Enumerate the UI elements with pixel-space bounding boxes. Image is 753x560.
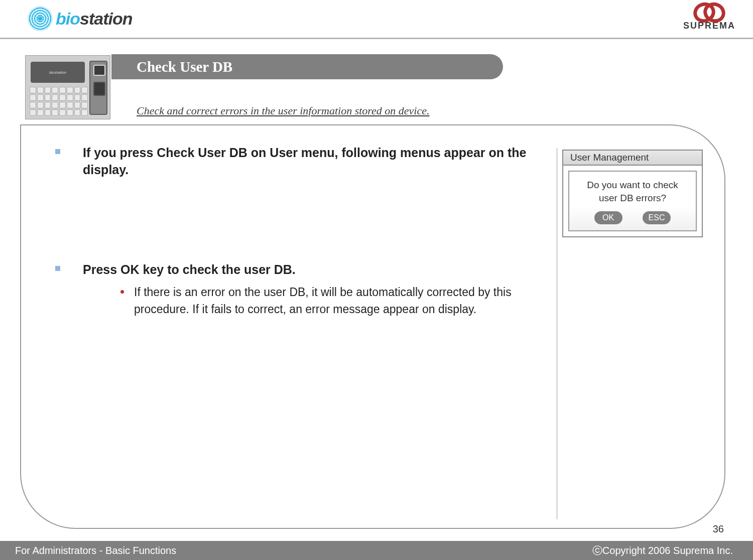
dialog-question: Do you want to check user DB errors? <box>573 179 692 204</box>
infinity-icon <box>689 3 729 20</box>
footer-bar: For Administrators - Basic Functions ⓒCo… <box>0 541 753 560</box>
biostation-logo: biostation <box>28 2 138 35</box>
sub-bullet-item: If there is an error on the user DB, it … <box>120 284 516 318</box>
biostation-wordmark: biostation <box>56 9 132 29</box>
device-thumbnail: biostation <box>25 55 110 119</box>
device-sensor-icon <box>89 61 107 115</box>
fingerprint-swirl-icon <box>28 6 53 31</box>
bullet-item-2: Press OK key to check the user DB. If th… <box>55 261 527 318</box>
page-title-banner: Check User DB <box>111 54 503 79</box>
page-number: 36 <box>713 523 724 535</box>
square-bullet-icon <box>55 266 60 271</box>
user-management-dialog: User Management Do you want to check use… <box>562 150 703 237</box>
dialog-inner: Do you want to check user DB errors? OK … <box>568 171 697 231</box>
footer-right: ⓒCopyright 2006 Suprema Inc. <box>592 544 733 557</box>
page-title: Check User DB <box>137 59 232 75</box>
bullet-2-text: Press OK key to check the user DB. <box>83 261 516 278</box>
suprema-logo: SUPREMA <box>683 3 735 31</box>
sub-list: If there is an error on the user DB, it … <box>120 284 516 318</box>
page-header: biostation SUPREMA <box>0 0 753 39</box>
dialog-question-line2: user DB errors? <box>599 193 666 203</box>
footer-left: For Administrators - Basic Functions <box>15 545 176 556</box>
dialog-question-line1: Do you want to check <box>587 180 678 190</box>
logo-suffix: station <box>80 9 132 28</box>
device-keypad-icon <box>30 87 88 116</box>
dot-bullet-icon <box>120 290 124 294</box>
logo-prefix: bi <box>56 9 70 28</box>
dialog-button-row: OK ESC <box>573 211 692 224</box>
dialog-body: Do you want to check user DB errors? OK … <box>562 166 703 237</box>
square-bullet-icon <box>55 149 60 154</box>
dialog-titlebar: User Management <box>562 150 703 166</box>
main-content: If you press Check User DB on User menu,… <box>55 145 527 333</box>
suprema-wordmark: SUPREMA <box>683 21 735 31</box>
page-subtitle: Check and correct errors in the user inf… <box>137 104 430 117</box>
logo-middle: o <box>70 9 80 28</box>
esc-button[interactable]: ESC <box>643 211 671 224</box>
vertical-divider <box>557 148 557 519</box>
bullet-item-1: If you press Check User DB on User menu,… <box>55 145 527 179</box>
sub-bullet-text: If there is an error on the user DB, it … <box>134 284 516 318</box>
device-screen-icon: biostation <box>31 62 85 83</box>
dialog-title: User Management <box>570 152 649 163</box>
ok-button[interactable]: OK <box>594 211 622 224</box>
bullet-1-text: If you press Check User DB on User menu,… <box>83 145 527 179</box>
